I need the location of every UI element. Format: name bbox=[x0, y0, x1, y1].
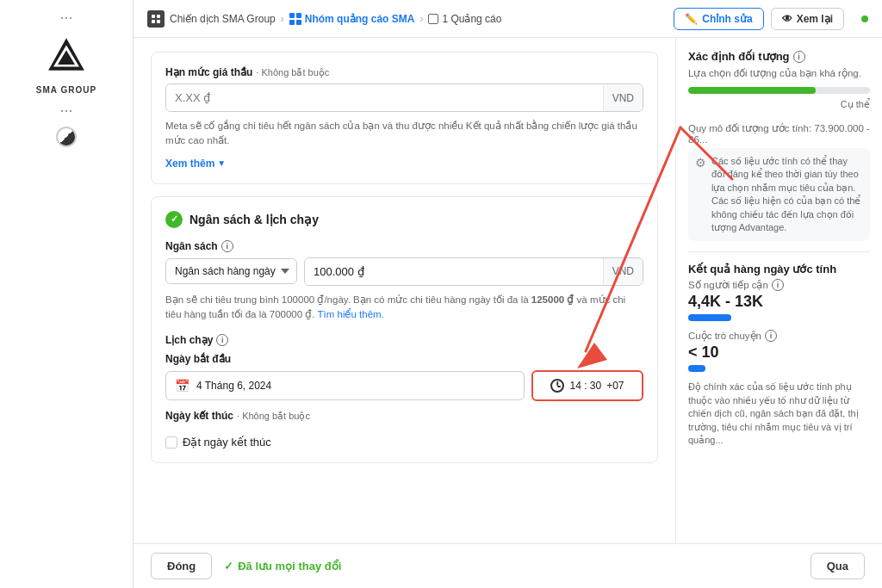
time-value: 14 : 30 bbox=[569, 380, 601, 392]
audience-title-text: Xác định đối tượng bbox=[688, 50, 790, 63]
ad-icon bbox=[428, 14, 438, 24]
edit-button[interactable]: ✏️ Chỉnh sửa bbox=[674, 8, 763, 30]
campaign-nav-icon bbox=[147, 10, 165, 28]
breadcrumb-ad-label: 1 Quảng cáo bbox=[442, 13, 501, 25]
breadcrumb-adgroup[interactable]: Nhóm quảng cáo SMA bbox=[289, 13, 415, 25]
audience-info-icon: i bbox=[793, 51, 805, 63]
bid-limit-optional: · Không bắt buộc bbox=[256, 67, 329, 78]
see-more-chevron-icon: ▼ bbox=[217, 158, 226, 168]
svg-rect-3 bbox=[152, 15, 155, 18]
bid-description: Meta sẽ cố gắng chi tiêu hết ngân sách c… bbox=[165, 119, 643, 149]
sidebar-logo bbox=[40, 30, 92, 82]
bid-limit-title: Hạn mức giá thầu bbox=[165, 66, 252, 78]
main-content: Chiến dịch SMA Group › Nhóm quảng cáo SM… bbox=[134, 0, 882, 588]
theme-toggle[interactable] bbox=[56, 127, 77, 147]
close-button[interactable]: Đóng bbox=[151, 553, 212, 579]
bid-limit-section: Hạn mức giá thầu · Không bắt buộc VND Me… bbox=[151, 52, 658, 184]
budget-info-icon: i bbox=[221, 240, 233, 252]
end-date-checkbox[interactable] bbox=[165, 436, 177, 449]
adgroup-grid-icon bbox=[289, 13, 301, 25]
end-date-label: Ngày kết thúc · Không bắt buộc bbox=[165, 410, 310, 422]
saved-status: ✓ Đã lưu mọi thay đổi bbox=[224, 560, 341, 573]
schedule-section: Lịch chạy i Ngày bắt đầu 📅 4 Tháng 6, 20… bbox=[165, 334, 643, 449]
edit-pencil-icon: ✏️ bbox=[685, 13, 698, 25]
bid-suffix: VND bbox=[603, 85, 643, 111]
audience-size: Quy mô đối tượng ước tính: 73.900.000 - … bbox=[688, 122, 870, 145]
warning-text: Các số liệu ước tính có thể thay đổi đán… bbox=[711, 155, 863, 234]
results-title: Kết quả hàng ngày ước tính bbox=[688, 263, 870, 275]
right-panel: Xác định đối tượng i Lựa chọn đối tượng … bbox=[675, 38, 882, 543]
saved-label: Đã lưu mọi thay đổi bbox=[238, 560, 341, 573]
sidebar-more-top[interactable]: ··· bbox=[59, 9, 72, 27]
start-date-field[interactable]: 📅 4 Tháng 6, 2024 bbox=[165, 371, 525, 400]
check-icon: ✓ bbox=[224, 560, 233, 573]
breadcrumb-campaign[interactable]: Chiến dịch SMA Group bbox=[170, 13, 276, 25]
schedule-info-icon: i bbox=[216, 334, 228, 346]
results-note: Độ chính xác của số liệu ước tính phụ th… bbox=[688, 381, 870, 447]
sidebar: ··· SMA GROUP ··· bbox=[0, 0, 134, 588]
start-date-title: Ngày bắt đầu bbox=[165, 353, 231, 365]
bottom-bar: Đóng ✓ Đã lưu mọi thay đổi Qua bbox=[134, 543, 882, 588]
green-check-icon bbox=[165, 211, 183, 228]
budget-label-text: Ngân sách bbox=[165, 240, 218, 252]
date-time-row: 📅 4 Tháng 6, 2024 14 : 30 +07 bbox=[165, 370, 643, 401]
bid-limit-label: Hạn mức giá thầu · Không bắt buộc bbox=[165, 66, 643, 78]
breadcrumb-adgroup-label: Nhóm quảng cáo SMA bbox=[305, 13, 415, 25]
budget-type-select[interactable]: Ngân sách hàng ngày bbox=[165, 258, 297, 284]
budget-section-title: Ngân sách & lịch chạy bbox=[165, 211, 643, 228]
budget-description: Bạn sẽ chi tiêu trung bình 100000 ₫/ngày… bbox=[165, 293, 643, 323]
reach-info-icon: i bbox=[772, 279, 784, 291]
next-button[interactable]: Qua bbox=[811, 553, 865, 579]
audience-description: Lựa chọn đối tượng của bạn khá rộng. bbox=[688, 66, 870, 80]
conversation-label: Cuộc trò chuyện i bbox=[688, 330, 870, 342]
app-layout: ··· SMA GROUP ··· Chiến dịch SMA Group › bbox=[0, 0, 882, 588]
budget-title-label: Ngân sách & lịch chạy bbox=[189, 213, 319, 226]
end-date-optional: · Không bắt buộc bbox=[237, 411, 310, 422]
warning-icon: ⚙ bbox=[695, 155, 706, 234]
end-date-title: Ngày kết thúc bbox=[165, 410, 233, 422]
timezone-value: +07 bbox=[606, 380, 624, 392]
budget-input-row: Ngân sách hàng ngày VND bbox=[165, 257, 643, 286]
audience-bar-fill bbox=[688, 87, 816, 94]
svg-rect-4 bbox=[157, 15, 160, 18]
preview-button-label: Xem lại bbox=[797, 13, 833, 25]
content-wrapper: Hạn mức giá thầu · Không bắt buộc VND Me… bbox=[134, 38, 882, 543]
reach-label-text: Số người tiếp cận bbox=[688, 279, 768, 291]
learn-more-link[interactable]: Tìm hiểu thêm. bbox=[318, 309, 384, 319]
sidebar-more-bottom[interactable]: ··· bbox=[59, 102, 72, 120]
budget-value-wrap: VND bbox=[304, 257, 643, 286]
start-date-value: 4 Tháng 6, 2024 bbox=[196, 380, 271, 392]
see-more-button[interactable]: Xem thêm ▼ bbox=[165, 158, 643, 170]
see-more-label: Xem thêm bbox=[165, 158, 214, 170]
clock-icon bbox=[550, 379, 564, 393]
end-date-row: Ngày kết thúc · Không bắt buộc bbox=[165, 410, 643, 427]
edit-button-label: Chỉnh sửa bbox=[702, 13, 752, 25]
schedule-label: Lịch chạy i bbox=[165, 334, 643, 346]
conversation-label-text: Cuộc trò chuyện bbox=[688, 330, 761, 342]
left-panel: Hạn mức giá thầu · Không bắt buộc VND Me… bbox=[134, 38, 675, 543]
svg-rect-5 bbox=[152, 20, 155, 23]
budget-field-label: Ngân sách i bbox=[165, 240, 643, 252]
reach-bar bbox=[688, 314, 731, 321]
reach-label: Số người tiếp cận i bbox=[688, 279, 870, 291]
conversation-bar bbox=[688, 365, 705, 372]
preview-button[interactable]: 👁 Xem lại bbox=[771, 8, 844, 30]
breadcrumb-sep-2: › bbox=[419, 13, 423, 25]
breadcrumb-sep-1: › bbox=[281, 13, 284, 25]
calendar-icon: 📅 bbox=[175, 379, 189, 393]
audience-marker-label: Cụ thể bbox=[841, 99, 870, 110]
budget-value-input[interactable] bbox=[305, 258, 603, 285]
breadcrumb-actions: ✏️ Chỉnh sửa 👁 Xem lại bbox=[674, 8, 868, 30]
results-title-text: Kết quả hàng ngày ước tính bbox=[688, 263, 836, 275]
time-field[interactable]: 14 : 30 +07 bbox=[531, 370, 643, 401]
breadcrumb-ad[interactable]: 1 Quảng cáo bbox=[428, 13, 501, 25]
status-dot bbox=[861, 15, 868, 22]
schedule-title: Lịch chạy bbox=[165, 334, 213, 346]
conversation-info-icon: i bbox=[765, 330, 777, 342]
budget-schedule-section: Ngân sách & lịch chạy Ngân sách i Ngân s… bbox=[151, 196, 658, 464]
bid-input[interactable] bbox=[166, 84, 603, 111]
preview-eye-icon: 👁 bbox=[782, 13, 792, 25]
sidebar-brand-label: SMA GROUP bbox=[36, 85, 96, 95]
reach-value: 4,4K - 13K bbox=[688, 293, 870, 311]
bid-input-row: VND bbox=[165, 84, 643, 112]
